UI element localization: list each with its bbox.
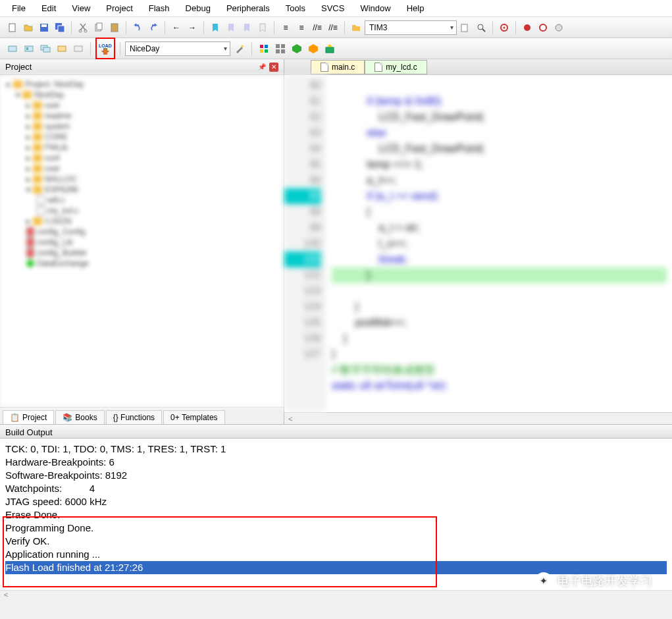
output-hscroll[interactable]: <: [0, 590, 672, 599]
editor-hscroll[interactable]: <: [284, 412, 672, 424]
svg-rect-23: [58, 46, 66, 51]
stop-build-icon[interactable]: [71, 41, 86, 56]
project-tree[interactable]: ▸Project: NiceDay ▾NiceDay ▸user ▸readme…: [0, 75, 284, 407]
svg-rect-30: [281, 44, 285, 48]
tab-templates[interactable]: 0+ Templates: [163, 410, 225, 424]
menu-peripherals[interactable]: Peripherals: [219, 1, 278, 16]
debug-icon[interactable]: [497, 20, 511, 35]
breakpoint-icon[interactable]: [520, 20, 534, 35]
tab-functions[interactable]: {} Functions: [106, 410, 162, 424]
svg-rect-27: [260, 49, 263, 53]
svg-point-11: [478, 24, 483, 30]
project-panel-title: Project: [5, 62, 32, 72]
svg-rect-31: [276, 49, 280, 53]
output-line: TCK: 0, TDI: 1, TDO: 0, TMS: 1, TRES: 1,…: [5, 443, 667, 456]
bookmark-clear-icon[interactable]: [255, 20, 270, 35]
select-packs-icon[interactable]: [306, 41, 321, 56]
open-file-icon[interactable]: [21, 20, 36, 35]
toolbar-build: LOAD NiceDay: [0, 38, 672, 59]
save-all-icon[interactable]: [53, 20, 67, 35]
svg-rect-29: [276, 44, 280, 48]
svg-rect-32: [281, 49, 285, 53]
paste-icon[interactable]: [107, 20, 122, 35]
svg-point-14: [504, 26, 505, 28]
tab-books[interactable]: 📚Books: [55, 410, 104, 424]
editor-tab-mylcd[interactable]: my_lcd.c: [365, 60, 426, 74]
output-line: Verify OK.: [5, 535, 667, 548]
bookmark-next-icon[interactable]: [240, 20, 254, 35]
svg-rect-0: [9, 24, 15, 32]
editor-tab-main[interactable]: main.c: [311, 60, 365, 74]
comment-icon[interactable]: //≡: [310, 20, 324, 35]
menu-view[interactable]: View: [64, 1, 98, 16]
uncomment-icon[interactable]: //≡: [326, 20, 340, 35]
find-icon[interactable]: [349, 20, 363, 35]
pack-installer-icon[interactable]: [323, 41, 337, 56]
output-line: Erase Done.: [5, 508, 667, 522]
editor-panel: main.c my_lcd.c 909192939495969798991001…: [284, 59, 672, 424]
options-icon[interactable]: [232, 41, 247, 56]
svg-rect-28: [265, 49, 268, 53]
project-tab-icon: 📋: [10, 413, 20, 422]
copy-icon[interactable]: [91, 20, 106, 35]
output-line: Hardware-Breakpoints: 6: [5, 456, 667, 469]
menu-file[interactable]: File: [4, 1, 34, 16]
svg-rect-19: [25, 46, 33, 51]
bookmark-prev-icon[interactable]: [224, 20, 238, 35]
output-line: Programming Done.: [5, 522, 667, 535]
svg-point-17: [556, 24, 562, 31]
multi-project-icon[interactable]: [273, 41, 288, 56]
doc-icon: [321, 63, 328, 72]
manage-rte-icon[interactable]: [290, 41, 304, 56]
project-tab-bar: 📋Project 📚Books {} Functions 0+ Template…: [0, 407, 284, 424]
redo-icon[interactable]: [146, 20, 161, 35]
menu-edit[interactable]: Edit: [34, 1, 64, 16]
save-icon[interactable]: [37, 20, 51, 35]
breakpoint-disable-icon[interactable]: [536, 20, 550, 35]
undo-icon[interactable]: [130, 20, 145, 35]
svg-rect-10: [461, 24, 467, 32]
svg-point-15: [524, 24, 530, 31]
bookmark-icon[interactable]: [208, 20, 222, 35]
menu-debug[interactable]: Debug: [178, 1, 219, 16]
menu-tools[interactable]: Tools: [278, 1, 313, 16]
code-editor[interactable]: 9091929394959697989910010110210310410510…: [284, 75, 672, 412]
menu-help[interactable]: Help: [399, 1, 432, 16]
outdent-icon[interactable]: ≡: [294, 20, 309, 35]
build-output[interactable]: TCK: 0, TDI: 1, TDO: 0, TMS: 1, TRES: 1,…: [0, 439, 672, 590]
tab-project[interactable]: 📋Project: [3, 410, 54, 424]
find-files-icon[interactable]: [474, 20, 488, 35]
svg-rect-2: [41, 24, 47, 27]
breakpoint-clear-icon[interactable]: [552, 20, 566, 35]
batch-build-icon[interactable]: [55, 41, 69, 56]
target-combo[interactable]: NiceDay: [125, 41, 230, 56]
editor-tab-bar: main.c my_lcd.c: [284, 59, 672, 75]
svg-rect-24: [74, 46, 82, 51]
find-combo[interactable]: TIM3: [365, 20, 457, 35]
nav-back-icon[interactable]: ←: [169, 20, 184, 35]
menu-svcs[interactable]: SVCS: [313, 1, 352, 16]
svg-line-12: [482, 29, 485, 32]
nav-fwd-icon[interactable]: →: [185, 20, 199, 35]
rebuild-icon[interactable]: [38, 41, 53, 56]
menu-project[interactable]: Project: [98, 1, 140, 16]
menu-window[interactable]: Window: [352, 1, 398, 16]
translate-icon[interactable]: [5, 41, 20, 56]
find-next-icon[interactable]: [458, 20, 473, 35]
svg-rect-22: [43, 47, 50, 52]
svg-rect-26: [265, 45, 268, 48]
svg-rect-18: [9, 46, 16, 51]
close-icon[interactable]: ✕: [269, 63, 278, 72]
code-body[interactable]: if (temp & 0x80) LCD_Fast_DrawPoint( els…: [326, 75, 672, 412]
pin-icon[interactable]: 📌: [257, 63, 267, 72]
indent-icon[interactable]: ≡: [278, 20, 293, 35]
new-file-icon[interactable]: [5, 20, 20, 35]
download-icon[interactable]: LOAD: [98, 42, 113, 57]
manage-project-icon[interactable]: [257, 41, 271, 56]
build-icon[interactable]: [22, 41, 36, 56]
menu-flash[interactable]: Flash: [141, 1, 178, 16]
project-panel: Project 📌 ✕ ▸Project: NiceDay ▾NiceDay ▸…: [0, 59, 284, 424]
books-icon: 📚: [63, 413, 72, 422]
svg-rect-33: [326, 47, 334, 53]
cut-icon[interactable]: [76, 20, 90, 35]
